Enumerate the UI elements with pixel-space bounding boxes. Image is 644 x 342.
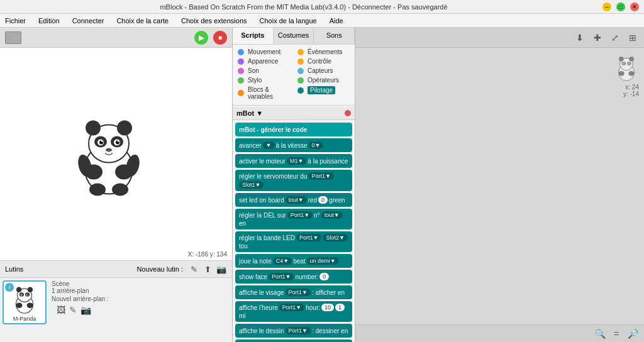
- menu-connecter[interactable]: Connecter: [70, 16, 107, 26]
- mbot-block-visage[interactable]: affiche le visage Port1▼ : afficher en: [235, 285, 352, 299]
- tab-scripts[interactable]: Scripts: [233, 28, 274, 44]
- download-icon[interactable]: ⬇: [574, 31, 586, 44]
- del-port-pill[interactable]: Port1▼: [287, 211, 313, 219]
- visage-port-pill[interactable]: Port1▼: [286, 289, 311, 296]
- tab-sons[interactable]: Sons: [314, 28, 355, 44]
- moteur-text: activer le moteur: [239, 158, 286, 165]
- stylo-label[interactable]: Stylo: [248, 77, 262, 84]
- dessin-text: affiche le dessin: [239, 328, 284, 334]
- zoom-reset-icon[interactable]: =: [610, 328, 623, 340]
- scripts-tabs: Scripts Costumes Sons: [233, 28, 355, 45]
- green-flag-button[interactable]: ▶: [194, 31, 208, 45]
- mbot-block-7seg[interactable]: sur le 7 segments du Port1▼ afficher 1: [235, 339, 352, 342]
- menu-fichier[interactable]: Fichier: [3, 16, 28, 26]
- bande-slot-pill[interactable]: Slot2▼: [323, 234, 347, 241]
- mouvement-label[interactable]: Mouvement: [248, 48, 280, 55]
- close-button[interactable]: ✕: [630, 3, 639, 11]
- mbot-block-generate[interactable]: mBot - générer le code: [235, 123, 352, 136]
- heure-val-pill[interactable]: 10: [321, 304, 334, 311]
- zoom-in-icon[interactable]: 🔎: [626, 328, 639, 340]
- mbot-block-avancer[interactable]: avancer ▼ à la vitesse 0▼: [235, 138, 352, 152]
- menu-langue[interactable]: Choix de la langue: [257, 16, 319, 26]
- stop-button[interactable]: ■: [213, 31, 227, 45]
- apparence-label[interactable]: Apparence: [248, 58, 278, 65]
- backdrop-image-icon[interactable]: 🖼: [57, 305, 65, 315]
- backdrop-camera-icon[interactable]: 📷: [80, 305, 91, 315]
- dessin-port-pill[interactable]: Port1▼: [286, 327, 311, 334]
- mbot-block-bande[interactable]: régler la bande LED Port1▼ Slot2▼ tou: [235, 231, 352, 252]
- minimize-button[interactable]: ─: [602, 3, 611, 11]
- evenements-dot: [297, 49, 304, 55]
- face-port-pill[interactable]: Port1▼: [269, 273, 294, 280]
- mbot-block-note[interactable]: joue la note C4▼ beat un demi▼: [235, 254, 352, 268]
- del-tout-pill[interactable]: tout▼: [321, 211, 343, 219]
- face-num-pill[interactable]: 0: [319, 273, 329, 280]
- scene-label: Scène 1 arrière-plan: [52, 280, 109, 294]
- avancer-pill[interactable]: ▼: [263, 141, 275, 149]
- servo-port-pill[interactable]: Port1▼: [308, 172, 333, 180]
- note-beat-pill[interactable]: un demi▼: [307, 257, 339, 265]
- menu-edition[interactable]: Edition: [36, 16, 62, 26]
- moteur-pill[interactable]: M1▼: [287, 157, 306, 165]
- blocks-divider: [233, 105, 355, 106]
- servo-slot-pill[interactable]: Slot1▼: [239, 181, 264, 189]
- category-stylo[interactable]: Stylo: [234, 75, 294, 85]
- categories-left: Mouvement Apparence Son Stylo Blocs & va…: [234, 47, 294, 101]
- heure-port-pill[interactable]: Port1▼: [279, 304, 304, 311]
- mbot-block-led[interactable]: set led on board tout▼ red 0 green: [235, 193, 352, 207]
- sprite-info-badge: i: [5, 283, 14, 292]
- sprite-name: M-Panda: [13, 316, 36, 322]
- controle-label[interactable]: Contrôle: [308, 58, 331, 65]
- category-operateurs[interactable]: Opérateurs: [294, 75, 353, 85]
- category-pilotage[interactable]: Pilotage: [294, 85, 353, 96]
- capteurs-label[interactable]: Capteurs: [308, 67, 333, 74]
- mbot-block-face[interactable]: show face Port1▼ number: 0: [235, 270, 352, 284]
- grid-icon[interactable]: ⊞: [626, 31, 639, 44]
- scene-section: Scène 1 arrière-plan Nouvel arrière-plan…: [52, 280, 109, 324]
- note-c4-pill[interactable]: C4▼: [273, 257, 292, 265]
- menu-carte[interactable]: Choix de la carte: [114, 16, 171, 26]
- blocs-label[interactable]: Blocs & variables: [248, 86, 290, 100]
- category-son[interactable]: Son: [234, 66, 294, 75]
- son-label[interactable]: Son: [248, 67, 259, 74]
- pilotage-label[interactable]: Pilotage: [308, 86, 335, 94]
- svg-point-41: [619, 71, 625, 76]
- svg-point-12: [106, 148, 112, 152]
- mbot-status-dot: [345, 110, 351, 116]
- heure-text3: mi: [239, 312, 246, 319]
- heure-val2-pill[interactable]: 1: [335, 304, 345, 311]
- mbot-block-moteur[interactable]: activer le moteur M1▼ à la puissance: [235, 154, 352, 168]
- add-icon[interactable]: ✚: [591, 31, 604, 44]
- evenements-label[interactable]: Évènements: [308, 48, 343, 55]
- vitesse-pill[interactable]: 0▼: [309, 141, 324, 149]
- tab-costumes[interactable]: Costumes: [274, 28, 314, 44]
- mbot-block-servo[interactable]: régler le servomoteur du Port1▼ Slot1▼: [235, 170, 352, 191]
- menu-aide[interactable]: Aide: [327, 16, 346, 26]
- paint-icon[interactable]: ✎: [188, 263, 199, 275]
- upload-icon[interactable]: ⬆: [202, 263, 213, 275]
- svg-point-29: [16, 302, 22, 308]
- svg-point-18: [112, 184, 128, 196]
- fullscreen-icon[interactable]: ⤢: [609, 31, 621, 44]
- category-blocs[interactable]: Blocs & variables: [234, 85, 294, 101]
- category-mouvement[interactable]: Mouvement: [234, 47, 294, 57]
- camera-icon[interactable]: 📷: [216, 263, 227, 275]
- category-capteurs[interactable]: Capteurs: [294, 66, 353, 75]
- mbot-block-dessin[interactable]: affiche le dessin Port1▼ : dessiner en: [235, 324, 352, 338]
- menu-extensions[interactable]: Choix des extensions: [179, 16, 250, 26]
- stage-screenshot-icon[interactable]: [5, 31, 21, 44]
- zoom-out-icon[interactable]: 🔍: [594, 328, 606, 340]
- sprite-mpanda[interactable]: i: [3, 280, 47, 324]
- led-tout-pill[interactable]: tout▼: [286, 196, 307, 204]
- backdrop-paint-icon[interactable]: ✎: [69, 305, 77, 315]
- bande-port-pill[interactable]: Port1▼: [296, 234, 321, 241]
- maximize-button[interactable]: □: [616, 3, 625, 11]
- mbot-block-heure[interactable]: affiche l'heure Port1▼ hour: 10 1 mi: [235, 301, 352, 322]
- mbot-block-del[interactable]: régler la DEL sur Port1▼ n° tout▼ en: [235, 209, 352, 229]
- operateurs-label[interactable]: Opérateurs: [308, 77, 339, 84]
- mouvement-dot: [238, 49, 244, 55]
- category-evenements[interactable]: Évènements: [294, 47, 353, 57]
- led-red-pill[interactable]: 0: [318, 196, 328, 204]
- category-apparence[interactable]: Apparence: [234, 57, 294, 66]
- category-controle[interactable]: Contrôle: [294, 57, 353, 66]
